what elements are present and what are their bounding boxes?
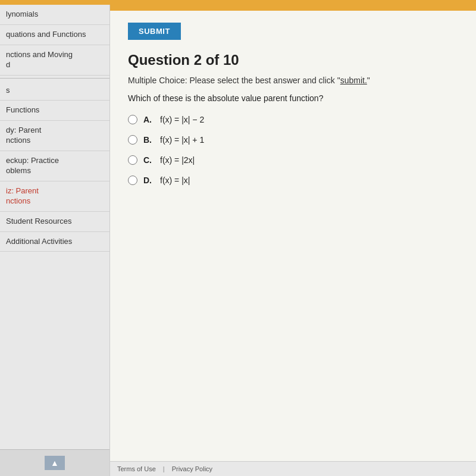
sidebar-item-s[interactable]: s — [0, 81, 109, 101]
sidebar-item-label: dy: Parentnctions — [6, 126, 41, 145]
footer-terms-link[interactable]: Terms of Use — [117, 465, 156, 472]
sidebar-item-quiz-parent[interactable]: iz: Parentnctions — [0, 181, 109, 212]
footer-bar: Terms of Use | Privacy Policy — [110, 461, 476, 476]
submit-button[interactable]: SUBMIT — [128, 23, 181, 40]
sidebar-bottom: ▲ — [0, 449, 109, 476]
answer-formula-a: f(x) = |x| − 2 — [160, 115, 204, 124]
radio-d[interactable] — [128, 176, 137, 185]
answer-options: A. f(x) = |x| − 2 B. f(x) = |x| + 1 C. f… — [128, 115, 458, 185]
sidebar-divider-1 — [0, 78, 109, 79]
sidebar-item-student-resources[interactable]: Student Resources — [0, 212, 109, 232]
sidebar-item-label: iz: Parentnctions — [6, 186, 39, 205]
radio-c[interactable] — [128, 155, 137, 165]
answer-option-d[interactable]: D. f(x) = |x| — [128, 176, 458, 185]
sidebar-item-label: s — [6, 86, 10, 95]
sidebar-item-label: quations and Functions — [6, 30, 86, 39]
sidebar-item-label: Student Resources — [6, 217, 72, 226]
sidebar-item-label: lynomials — [6, 10, 38, 18]
radio-b[interactable] — [128, 135, 137, 145]
sidebar: lynomials quations and Functions nctions… — [0, 5, 110, 476]
sidebar-scroll-button[interactable]: ▲ — [45, 456, 65, 470]
content-orange-bar — [110, 5, 476, 11]
instruction-text: Multiple Choice: Please select the best … — [128, 76, 370, 85]
question-title: Question 2 of 10 — [128, 52, 458, 68]
answer-formula-d: f(x) = |x| — [160, 176, 190, 185]
sidebar-item-label: nctions and Movingd — [6, 50, 73, 69]
footer-privacy-link[interactable]: Privacy Policy — [172, 465, 212, 472]
question-instruction: Multiple Choice: Please select the best … — [128, 76, 458, 85]
sidebar-item-label: Functions — [6, 105, 39, 114]
sidebar-item-label: eckup: Practiceoblems — [6, 156, 59, 175]
answer-label-c: C. — [143, 155, 152, 165]
answer-label-b: B. — [143, 135, 152, 145]
content-inner: SUBMIT Question 2 of 10 Multiple Choice:… — [110, 11, 476, 461]
answer-label-a: A. — [143, 115, 152, 124]
answer-option-b[interactable]: B. f(x) = |x| + 1 — [128, 135, 458, 145]
sidebar-item-label: Additional Activities — [6, 237, 72, 246]
sidebar-item-equations-functions[interactable]: quations and Functions — [0, 25, 109, 45]
sidebar-item-checkup-practice[interactable]: eckup: Practiceoblems — [0, 151, 109, 181]
sidebar-item-study-parent[interactable]: dy: Parentnctions — [0, 121, 109, 151]
sidebar-item-additional-activities[interactable]: Additional Activities — [0, 232, 109, 252]
content-area: SUBMIT Question 2 of 10 Multiple Choice:… — [110, 5, 476, 476]
answer-option-a[interactable]: A. f(x) = |x| − 2 — [128, 115, 458, 124]
sidebar-item-functions[interactable]: Functions — [0, 101, 109, 121]
footer-divider: | — [163, 465, 165, 472]
answer-formula-b: f(x) = |x| + 1 — [160, 135, 204, 145]
sidebar-item-polynomials[interactable]: lynomials — [0, 5, 109, 25]
question-text: Which of these is the absolute value par… — [128, 93, 458, 103]
sidebar-item-functions-moving[interactable]: nctions and Movingd — [0, 45, 109, 76]
answer-label-d: D. — [143, 176, 152, 185]
answer-option-c[interactable]: C. f(x) = |2x| — [128, 155, 458, 165]
radio-a[interactable] — [128, 115, 137, 124]
main-container: lynomials quations and Functions nctions… — [0, 5, 476, 476]
answer-formula-c: f(x) = |2x| — [160, 155, 195, 165]
top-accent-bar — [0, 0, 476, 5]
